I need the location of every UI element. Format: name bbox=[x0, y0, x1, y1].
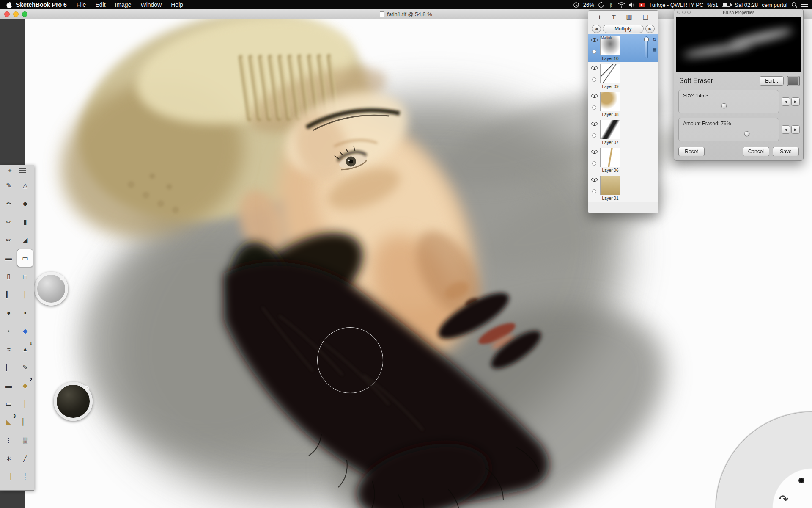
panel-zoom-button[interactable] bbox=[687, 11, 691, 14]
palette-move-icon[interactable]: + bbox=[8, 167, 12, 174]
tool-splatter-brush[interactable]: ∗ bbox=[0, 449, 17, 467]
text-tool-icon[interactable]: T bbox=[612, 13, 616, 20]
tool-pencil[interactable]: ✎ bbox=[0, 176, 17, 194]
layer-row-layer-10[interactable]: Layer 10Multiply⇅▦ bbox=[588, 34, 658, 62]
tool-stroke-pen[interactable]: ╱ bbox=[17, 449, 33, 467]
tool-wide-brush[interactable]: ▭ bbox=[0, 395, 17, 413]
tool-hard-eraser[interactable]: ▬ bbox=[0, 249, 17, 267]
size-slider-thumb[interactable] bbox=[721, 103, 727, 109]
undo-icon[interactable]: ↶ bbox=[758, 494, 767, 505]
size-slider[interactable] bbox=[683, 101, 774, 109]
save-button[interactable]: Save bbox=[773, 147, 799, 156]
brush-size-puck[interactable] bbox=[34, 272, 68, 306]
tool-ballpoint-pen[interactable]: ▏ bbox=[0, 358, 17, 376]
tool-flat-marker[interactable]: ▬ bbox=[0, 376, 17, 395]
layer-lock-toggle[interactable] bbox=[592, 50, 596, 54]
menubar-clock[interactable]: Sal 02:28 bbox=[735, 2, 758, 8]
apple-menu-icon[interactable] bbox=[4, 2, 14, 8]
lagoon-handle-dot[interactable] bbox=[798, 478, 804, 483]
tool-flat-brush[interactable]: ▪ bbox=[17, 304, 33, 322]
time-machine-icon[interactable] bbox=[598, 1, 604, 8]
cancel-button[interactable]: Cancel bbox=[743, 147, 769, 156]
battery2-percentage[interactable]: %51 bbox=[707, 2, 718, 8]
menu-image[interactable]: Image bbox=[110, 1, 136, 8]
volume-icon[interactable] bbox=[629, 1, 635, 8]
layer-thumbnail[interactable] bbox=[600, 92, 620, 111]
size-increase-icon[interactable]: ▶ bbox=[791, 97, 800, 106]
layer-lock-toggle[interactable] bbox=[592, 105, 596, 110]
layer-sort-icon[interactable]: ⇅ bbox=[653, 37, 657, 42]
redo-icon[interactable]: ↷ bbox=[779, 494, 788, 505]
tool-copic-marker[interactable]: ◆2 bbox=[17, 376, 33, 395]
reset-button[interactable]: Reset bbox=[678, 147, 705, 156]
menu-edit[interactable]: Edit bbox=[91, 1, 110, 8]
tool-marker[interactable]: ▮ bbox=[17, 213, 33, 231]
color-wheel-icon[interactable] bbox=[753, 462, 767, 477]
panel-close-button[interactable] bbox=[677, 11, 680, 14]
menu-help[interactable]: Help bbox=[166, 1, 188, 8]
tool-paint-jar[interactable]: ◻ bbox=[17, 267, 33, 285]
app-name[interactable]: SketchBook Pro 6 bbox=[14, 1, 72, 8]
bluetooth-icon[interactable]: ᛒ bbox=[608, 1, 614, 8]
brush-library-icon[interactable] bbox=[787, 76, 800, 86]
amount-increase-icon[interactable]: ▶ bbox=[791, 125, 800, 134]
tool-felt-pen[interactable]: ▎ bbox=[0, 285, 17, 304]
layer-visibility-eye-icon[interactable] bbox=[591, 38, 598, 42]
tool-slim-pen[interactable]: │ bbox=[17, 395, 33, 413]
layer-visibility-eye-icon[interactable] bbox=[591, 178, 598, 182]
blend-mode-prev-icon[interactable]: ◀ bbox=[592, 25, 601, 33]
tool-detail-brush[interactable]: ◦ bbox=[0, 322, 17, 340]
tool-paint-tube[interactable]: ▯ bbox=[0, 267, 17, 285]
add-layer-icon[interactable]: + bbox=[598, 13, 601, 20]
tool-texture-brush[interactable]: ▒ bbox=[17, 431, 33, 449]
color-puck[interactable] bbox=[54, 382, 93, 421]
tool-chisel-marker[interactable]: ◢ bbox=[17, 231, 33, 249]
menu-file[interactable]: File bbox=[72, 1, 91, 8]
tool-brush-pen[interactable]: ◆ bbox=[17, 194, 33, 213]
layer-thumbnail[interactable] bbox=[600, 120, 620, 139]
spotlight-icon[interactable] bbox=[791, 1, 798, 8]
layer-row-layer-09[interactable]: Layer 09 bbox=[588, 62, 658, 90]
image-import-icon[interactable]: ▦ bbox=[626, 13, 632, 21]
battery-icon[interactable] bbox=[722, 1, 731, 8]
tool-pencil-2[interactable]: ✎ bbox=[17, 358, 33, 376]
tool-ink-pen[interactable]: ✒ bbox=[0, 194, 17, 213]
layer-row-layer-07[interactable]: Layer 07 bbox=[588, 118, 658, 146]
tool-airbrush[interactable]: △ bbox=[17, 176, 33, 194]
layer-row-layer-01[interactable]: Layer 01 bbox=[588, 174, 658, 202]
page-icon[interactable]: ▤ bbox=[642, 13, 648, 21]
amount-decrease-icon[interactable]: ◀ bbox=[782, 125, 790, 134]
edit-brush-button[interactable]: Edit... bbox=[760, 76, 784, 86]
amount-slider-track[interactable] bbox=[683, 134, 774, 134]
tool-scatter-brush[interactable]: ⋮ bbox=[0, 431, 17, 449]
airbrush-tool-icon[interactable] bbox=[783, 440, 792, 452]
menubar-user[interactable]: cem purtul bbox=[762, 2, 787, 8]
close-window-button[interactable] bbox=[4, 11, 10, 17]
amount-slider[interactable] bbox=[683, 129, 774, 137]
size-decrease-icon[interactable]: ◀ bbox=[782, 97, 790, 106]
blend-mode-next-icon[interactable]: ▶ bbox=[645, 25, 655, 33]
panel-minimize-button[interactable] bbox=[682, 11, 686, 14]
sync-status-icon[interactable] bbox=[573, 1, 579, 8]
palette-menu-icon[interactable] bbox=[19, 168, 26, 173]
layer-lock-toggle[interactable] bbox=[592, 133, 596, 138]
layer-lock-toggle[interactable] bbox=[592, 189, 596, 193]
layer-visibility-eye-icon[interactable] bbox=[591, 94, 598, 98]
tool-dotted-pen[interactable]: ┊ bbox=[17, 467, 33, 486]
layer-visibility-eye-icon[interactable] bbox=[591, 122, 598, 126]
notification-list-icon[interactable] bbox=[801, 1, 808, 8]
tool-technical-pen[interactable]: ▏ bbox=[17, 413, 33, 431]
layer-thumbnail[interactable] bbox=[600, 64, 620, 83]
layer-row-layer-06[interactable]: Layer 06 bbox=[588, 146, 658, 174]
tool-soft-eraser[interactable]: ▭ bbox=[17, 249, 33, 267]
layer-thumbnail[interactable] bbox=[600, 176, 620, 195]
layer-lock-toggle[interactable] bbox=[592, 161, 596, 166]
battery-percentage[interactable]: 26% bbox=[583, 2, 594, 8]
input-language-flag-icon[interactable] bbox=[639, 3, 645, 7]
tool-smudge-brush[interactable]: ≈ bbox=[0, 340, 17, 358]
tool-round-brush[interactable]: ● bbox=[0, 304, 17, 322]
minimize-window-button[interactable] bbox=[13, 11, 19, 17]
layer-visibility-eye-icon[interactable] bbox=[591, 150, 598, 154]
wifi-icon[interactable] bbox=[618, 1, 625, 8]
tool-blue-pen[interactable]: ◆ bbox=[17, 322, 33, 340]
